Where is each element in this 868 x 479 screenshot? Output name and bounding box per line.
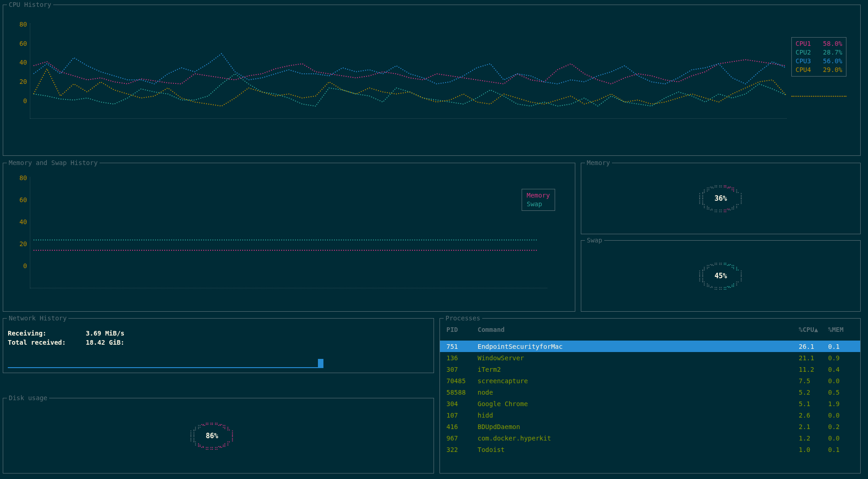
process-row[interactable]: 58588node5.20.5 [446, 386, 854, 398]
legend-name: CPU1 [796, 39, 814, 48]
disk-usage-title: Disk usage [7, 394, 49, 402]
legend-name: CPU4 [796, 66, 814, 74]
cpu-legend: CPU158.0%CPU228.7%CPU356.0%CPU429.0% [791, 37, 846, 77]
process-cpu: 1.2 [799, 435, 828, 442]
process-mem: 0.0 [828, 412, 854, 419]
process-cpu: 11.2 [799, 366, 828, 373]
processes-body[interactable]: 751EndpointSecurityforMac26.10.1136Windo… [446, 341, 854, 455]
y-tick: 20 [13, 240, 27, 248]
network-history-title: Network History [7, 314, 68, 322]
network-sparkline-spike [318, 359, 323, 367]
process-mem: 0.1 [828, 343, 854, 350]
processes-header-mem[interactable]: %MEM [828, 326, 854, 333]
y-tick: 80 [13, 21, 27, 28]
process-pid: 967 [446, 435, 478, 442]
processes-panel: Processes PID Command %CPU▲ %MEM 751Endp… [440, 318, 861, 473]
process-cpu: 1.0 [799, 446, 828, 453]
memory-swap-history-title: Memory and Swap History [7, 159, 100, 166]
disk-gauge: ⣀⣤⣤⣤⣀ ⣰⠟⠉ ⠉⠻⣆ ⢸⡇ ⡇ ⢸⡇ ⡇ ⠹⣦⡀ ⣀⣴⠏ ⠉⠛⠛⠛⠉ 86… [188, 419, 236, 452]
process-pid: 307 [446, 366, 478, 373]
network-receiving-value: 3.69 MiB/s [86, 329, 124, 338]
cpu4-trailing-line [791, 96, 846, 97]
process-row[interactable]: 107hidd2.60.0 [446, 409, 854, 421]
process-pid: 136 [446, 354, 478, 362]
process-command: hidd [478, 412, 799, 419]
y-tick: 20 [13, 78, 27, 85]
network-receiving-label: Receiving: [8, 329, 86, 338]
process-cpu: 2.6 [799, 412, 828, 419]
process-command: Todoist [478, 446, 799, 453]
legend-value: 29.0% [820, 66, 842, 74]
chart-series-cpu1 [33, 60, 786, 84]
cpu-history-panel: CPU History 806040200 CPU158.0%CPU228.7%… [3, 5, 861, 156]
legend-row-cpu4: CPU429.0% [796, 66, 842, 74]
process-row[interactable]: 967com.docker.hyperkit1.20.0 [446, 432, 854, 444]
process-mem: 0.2 [828, 423, 854, 430]
process-cpu: 7.5 [799, 377, 828, 385]
y-tick: 0 [13, 262, 27, 270]
chart-series-cpu2 [33, 74, 786, 106]
process-row[interactable]: 307iTerm211.20.4 [446, 363, 854, 375]
process-command: screencapture [478, 377, 799, 385]
process-command: node [478, 389, 799, 396]
legend-row-swap: Swap [527, 200, 550, 209]
y-tick: 80 [13, 174, 27, 182]
mem-legend: MemorySwap [522, 189, 555, 211]
process-cpu: 5.1 [799, 400, 828, 407]
network-text: Receiving: 3.69 MiB/s Total received: 18… [8, 329, 124, 347]
process-pid: 107 [446, 412, 478, 419]
cpu-axis-vertical [30, 23, 30, 119]
cpu-history-title: CPU History [7, 1, 53, 8]
process-pid: 416 [446, 423, 478, 430]
processes-title: Processes [444, 314, 482, 322]
network-sparkline [8, 362, 323, 368]
process-row[interactable]: 304Google Chrome5.11.9 [446, 398, 854, 409]
process-command: com.docker.hyperkit [478, 435, 799, 442]
y-tick: 40 [13, 218, 27, 226]
process-pid: 70485 [446, 377, 478, 385]
process-row[interactable]: 322Todoist1.00.1 [446, 444, 854, 455]
processes-header-pid[interactable]: PID [446, 326, 478, 333]
legend-value: 58.0% [820, 39, 842, 48]
disk-usage-panel: Disk usage ⣀⣤⣤⣤⣀ ⣰⠟⠉ ⠉⠻⣆ ⢸⡇ ⡇ ⢸⡇ ⡇ ⠹⣦⡀ ⣀… [3, 398, 434, 473]
process-mem: 0.4 [828, 366, 854, 373]
swap-gauge-value: 45% [714, 272, 727, 280]
process-row[interactable]: 136WindowServer21.10.9 [446, 352, 854, 363]
processes-header[interactable]: PID Command %CPU▲ %MEM [446, 326, 854, 333]
memory-gauge-panel: Memory ⣀⣤⣤⣤⣀ ⣰⠟⠉ ⠉⠻⣆ ⢸⡇ ⡇ ⢸⡇ ⡇ ⠹⣦⡀ ⣀⣴⠏ ⠉… [581, 163, 861, 234]
process-mem: 0.0 [828, 435, 854, 442]
process-row[interactable]: 751EndpointSecurityforMac26.10.1 [440, 341, 860, 352]
legend-value: 28.7% [820, 48, 842, 57]
y-tick: 0 [13, 97, 27, 105]
process-command: iTerm2 [478, 366, 799, 373]
memory-gauge-value: 36% [714, 194, 727, 203]
legend-value: 56.0% [820, 57, 842, 66]
y-tick: 60 [13, 196, 27, 204]
process-mem: 0.9 [828, 354, 854, 362]
processes-header-cpu[interactable]: %CPU▲ [799, 326, 828, 333]
process-row[interactable]: 70485screencapture7.50.0 [446, 375, 854, 386]
legend-name: CPU2 [796, 48, 814, 57]
process-command: EndpointSecurityforMac [478, 343, 799, 350]
process-command: BDUpdDaemon [478, 423, 799, 430]
disk-gauge-value: 86% [206, 432, 218, 440]
process-row[interactable]: 416BDUpdDaemon2.10.2 [446, 421, 854, 432]
memory-gauge-title: Memory [585, 159, 612, 166]
process-command: WindowServer [478, 354, 799, 362]
y-tick: 40 [13, 59, 27, 66]
legend-name: CPU3 [796, 57, 814, 66]
legend-row-memory: Memory [527, 191, 550, 200]
memory-gauge: ⣀⣤⣤⣤⣀ ⣰⠟⠉ ⠉⠻⣆ ⢸⡇ ⡇ ⢸⡇ ⡇ ⠹⣦⡀ ⣀⣴⠏ ⠉⠛⠛⠛⠉ 36… [697, 182, 745, 215]
process-cpu: 26.1 [799, 343, 828, 350]
y-tick: 60 [13, 40, 27, 47]
process-mem: 0.5 [828, 389, 854, 396]
cpu-chart-area [33, 23, 786, 124]
memory-swap-history-panel: Memory and Swap History 806040200 Memory… [3, 163, 575, 312]
process-mem: 0.1 [828, 446, 854, 453]
mem-chart-area [33, 177, 538, 292]
process-cpu: 5.2 [799, 389, 828, 396]
legend-row-cpu2: CPU228.7% [796, 48, 842, 57]
swap-gauge: ⣀⣤⣤⣤⣀ ⣰⠟⠉ ⠉⠻⣆ ⢸⡇ ⡇ ⢸⡇ ⡇ ⠹⣦⡀ ⣀⣴⠏ ⠉⠛⠛⠛⠉ 45… [697, 259, 745, 292]
processes-header-command[interactable]: Command [478, 326, 799, 333]
legend-row-cpu1: CPU158.0% [796, 39, 842, 48]
